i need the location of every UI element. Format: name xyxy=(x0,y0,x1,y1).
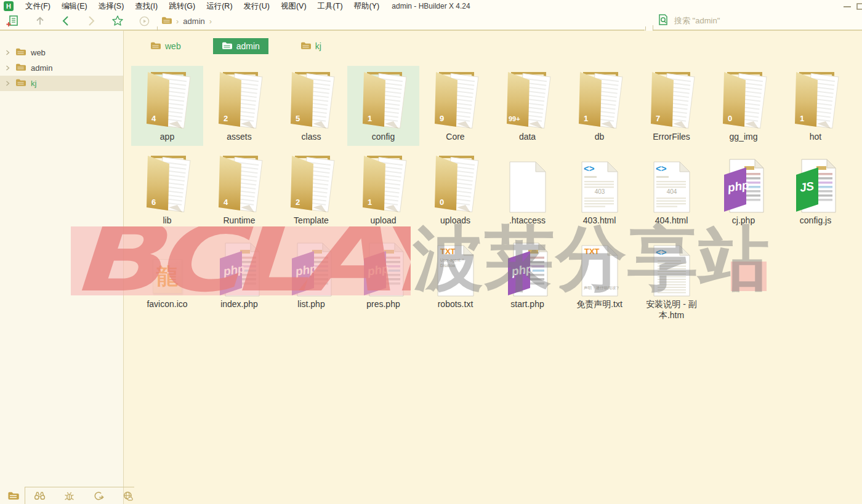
file-tile[interactable]: TXTUser-agent: *Disallow: robots.txt xyxy=(419,233,491,321)
file-tile[interactable]: 1 config xyxy=(347,66,419,146)
tab-admin[interactable]: admin xyxy=(213,38,268,54)
menu-item-7[interactable]: 发行(U) xyxy=(238,0,275,12)
run-button[interactable] xyxy=(139,16,150,26)
up-button[interactable] xyxy=(34,15,46,26)
minimize-button[interactable] xyxy=(839,0,856,12)
chevron-right-icon[interactable] xyxy=(5,63,10,73)
file-tile[interactable]: 7 ErrorFiles xyxy=(635,66,707,146)
html-file-icon: <> 403 xyxy=(581,150,619,215)
menu-item-5[interactable]: 跳转(G) xyxy=(163,0,201,12)
file-tile[interactable]: <> 403 403.html xyxy=(563,150,635,230)
breadcrumb[interactable]: › admin › xyxy=(161,12,212,30)
file-tile[interactable]: .htaccess xyxy=(491,150,563,230)
blank-file-icon xyxy=(509,150,547,215)
file-tile[interactable]: 9 Core xyxy=(419,66,491,146)
file-tile[interactable]: php start.php xyxy=(491,233,563,321)
folder-icon: 7 xyxy=(646,66,698,131)
file-tile[interactable]: 4 Runtime xyxy=(203,150,275,230)
file-tile[interactable]: 2 Template xyxy=(275,150,347,230)
file-label: lib xyxy=(163,215,171,226)
folder-icon: 0 xyxy=(430,150,481,215)
file-tile[interactable]: <> 404 404.html xyxy=(635,150,707,230)
file-tile[interactable]: 99+ data xyxy=(491,66,563,146)
file-tile[interactable]: 2 assets xyxy=(203,66,275,146)
folder-icon: 9 xyxy=(430,66,481,131)
binoculars-button[interactable] xyxy=(34,491,46,500)
file-label: favicon.ico xyxy=(147,298,187,310)
tab-kj[interactable]: kj xyxy=(292,38,330,54)
new-file-button[interactable] xyxy=(6,15,19,28)
up-icon xyxy=(34,15,46,26)
svg-text:1: 1 xyxy=(584,114,588,123)
menu-item-10[interactable]: 帮助(Y) xyxy=(348,0,385,12)
forward-button[interactable] xyxy=(86,15,96,26)
folder-icon: 1 xyxy=(574,66,626,131)
bug-icon xyxy=(64,491,75,501)
file-tile[interactable]: 5 class xyxy=(275,66,347,146)
file-tile[interactable]: php index.php xyxy=(203,233,275,321)
file-tile[interactable]: php cj.php xyxy=(707,150,779,230)
menu-item-8[interactable]: 视图(V) xyxy=(275,0,312,12)
star-button[interactable] xyxy=(111,15,124,27)
svg-text:2: 2 xyxy=(224,114,228,123)
divider xyxy=(653,25,653,31)
file-label: hot xyxy=(810,131,821,142)
breadcrumb-current[interactable]: admin xyxy=(183,17,204,26)
file-grid: 4 app 2 assets 5 class 1 config 9 Core xyxy=(131,66,862,321)
menu-item-6[interactable]: 运行(R) xyxy=(201,0,238,12)
folder-icon xyxy=(222,41,232,52)
menu-item-3[interactable]: 选择(S) xyxy=(93,0,130,12)
file-tile[interactable]: 0 gg_img xyxy=(707,66,779,146)
file-tile[interactable]: 1 upload xyxy=(347,150,419,230)
svg-text:4: 4 xyxy=(224,198,228,207)
svg-text:<>: <> xyxy=(584,163,595,174)
folder-icon: 2 xyxy=(214,66,265,131)
project-folder-icon xyxy=(7,491,19,500)
search-placeholder: 搜索 "admin" xyxy=(674,15,720,26)
svg-text:1: 1 xyxy=(368,198,372,207)
file-tile[interactable]: 1 db xyxy=(563,66,635,146)
file-tile[interactable]: 0 uploads xyxy=(419,150,491,230)
folder-icon: 6 xyxy=(142,150,193,215)
file-tile[interactable]: 龍favicon.ico xyxy=(131,233,203,321)
window-controls xyxy=(839,0,862,12)
folder-icon: 2 xyxy=(286,150,337,215)
file-tile[interactable]: 4 app xyxy=(131,66,203,146)
tab-web[interactable]: web xyxy=(142,38,190,54)
ico-file-icon: 龍 xyxy=(153,233,182,298)
php-file-icon: php xyxy=(290,233,333,298)
chevron-right-icon[interactable] xyxy=(5,48,10,57)
debug-button[interactable] xyxy=(64,491,75,501)
file-tile[interactable]: JS config.js xyxy=(779,150,852,230)
menu-item-9[interactable]: 工具(T) xyxy=(312,0,348,12)
js-file-icon: JS xyxy=(794,150,837,215)
svg-text:Disallow:: Disallow: xyxy=(440,263,456,268)
project-folder-button[interactable] xyxy=(7,491,19,500)
file-tile[interactable]: 1 hot xyxy=(779,66,852,146)
file-tile[interactable]: php list.php xyxy=(275,233,347,321)
maximize-button[interactable] xyxy=(856,0,862,12)
sidebar-item-admin[interactable]: admin xyxy=(0,60,123,76)
file-tile[interactable]: TXT声明：请仔细阅读下 免责声明.txt xyxy=(563,233,635,321)
file-tile[interactable]: <> 安装说明 - 副本.htm xyxy=(635,233,707,321)
svg-text:404: 404 xyxy=(666,188,677,195)
file-label: app xyxy=(160,131,174,142)
file-tile[interactable]: 6 lib xyxy=(131,150,203,230)
sidebar-item-web[interactable]: web xyxy=(0,45,123,60)
sync-button[interactable] xyxy=(93,491,104,501)
back-button[interactable] xyxy=(61,15,71,26)
network-button[interactable] xyxy=(123,491,134,501)
file-label: list.php xyxy=(297,298,324,310)
menu-item-2[interactable]: 编辑(E) xyxy=(56,0,93,12)
search-box[interactable]: 搜索 "admin" xyxy=(658,12,720,30)
menu-item-1[interactable]: 文件(F) xyxy=(20,0,56,12)
file-tile[interactable]: php pres.php xyxy=(347,233,419,321)
svg-text:6: 6 xyxy=(151,198,156,207)
menu-item-4[interactable]: 查找(I) xyxy=(129,0,163,12)
file-label: 404.html xyxy=(655,215,688,226)
file-label: 安装说明 - 副本.htm xyxy=(639,298,704,321)
run-icon xyxy=(139,16,150,26)
chevron-right-icon[interactable] xyxy=(5,79,10,88)
folder-icon: 99+ xyxy=(502,66,554,131)
sidebar-item-kj[interactable]: kj xyxy=(0,76,123,91)
